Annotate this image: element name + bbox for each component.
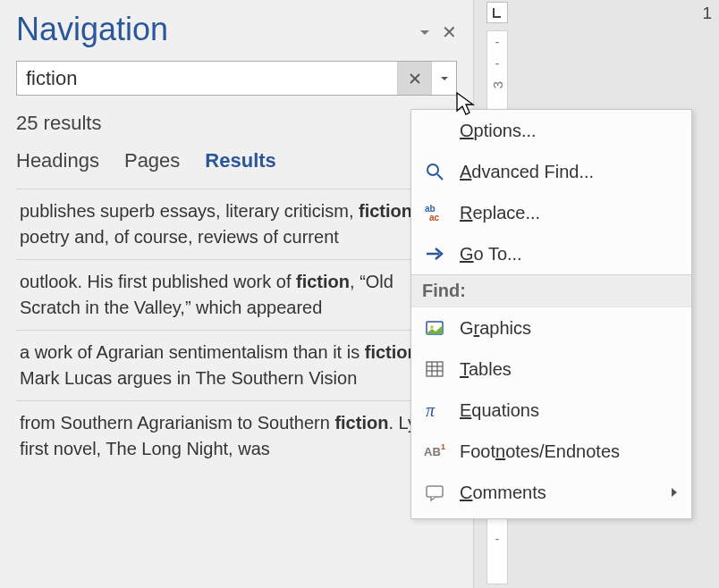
result-item[interactable]: from Southern Agrarianism to Southern fi… xyxy=(16,400,457,471)
ruler-tick: - xyxy=(495,31,500,53)
svg-text:AB: AB xyxy=(424,445,441,458)
search-options-menu: Options... Advanced Find... abac Replace… xyxy=(410,109,692,519)
menu-find-comments[interactable]: Comments xyxy=(411,472,691,513)
x-icon xyxy=(408,71,422,86)
menu-label: Advanced Find... xyxy=(460,162,594,182)
tab-headings[interactable]: Headings xyxy=(16,149,99,172)
footnotes-icon: AB1 xyxy=(422,439,447,464)
ruler-number: 3 xyxy=(486,81,508,88)
result-text-pre: outlook. His first published work of xyxy=(20,272,296,291)
arrow-right-icon xyxy=(422,241,447,266)
result-count: 25 results xyxy=(16,112,457,135)
comments-icon xyxy=(422,480,447,505)
svg-line-1 xyxy=(437,174,443,180)
close-pane-button[interactable]: ✕ xyxy=(442,23,457,41)
result-item[interactable]: outlook. His first published work of fic… xyxy=(16,259,457,330)
nav-pane-controls: ✕ xyxy=(420,23,457,41)
nav-tabs: Headings Pages Results xyxy=(16,149,457,172)
page-indicator: 1 xyxy=(702,4,712,23)
menu-find-footnotes[interactable]: AB1 Footnotes/Endnotes xyxy=(411,431,691,472)
menu-find-graphics[interactable]: Graphics xyxy=(411,307,691,349)
result-match: fiction xyxy=(296,272,350,291)
svg-point-6 xyxy=(430,325,434,329)
tab-stop-l-icon xyxy=(491,6,503,19)
ruler-tick: - xyxy=(495,528,500,550)
pane-options-caret-icon[interactable] xyxy=(420,30,429,35)
menu-options[interactable]: Options... xyxy=(411,110,691,151)
menu-label: Comments xyxy=(460,483,546,503)
menu-find-equations[interactable]: π Equations xyxy=(411,390,691,431)
tab-pages[interactable]: Pages xyxy=(124,149,180,172)
result-text-pre: from Southern Agrarianism to Southern xyxy=(20,413,334,433)
submenu-arrow-icon xyxy=(672,488,677,497)
blank-icon xyxy=(422,118,447,143)
result-text-pre: publishes superb essays, literary critic… xyxy=(20,201,359,221)
ruler-tick: - xyxy=(495,53,500,74)
menu-section-find: Find: xyxy=(411,274,691,307)
svg-rect-15 xyxy=(427,486,443,497)
menu-goto[interactable]: Go To... xyxy=(411,233,691,274)
menu-label: Go To... xyxy=(460,244,522,265)
results-list: publishes superb essays, literary critic… xyxy=(16,189,457,471)
search-box xyxy=(16,61,457,96)
svg-text:π: π xyxy=(426,400,436,420)
result-item[interactable]: publishes superb essays, literary critic… xyxy=(16,189,457,259)
result-text-pre: a work of Agrarian sentimentalism than i… xyxy=(20,342,365,362)
navigation-pane: Navigation ✕ 25 results Headings Pages R… xyxy=(0,0,474,588)
result-match: fiction xyxy=(359,201,412,221)
graphics-icon xyxy=(422,315,447,340)
tab-results[interactable]: Results xyxy=(205,149,275,172)
tables-icon xyxy=(422,357,447,382)
search-icon xyxy=(422,159,447,184)
svg-text:1: 1 xyxy=(441,442,445,451)
clear-search-button[interactable] xyxy=(397,62,431,95)
equations-icon: π xyxy=(422,398,447,423)
menu-label: Equations xyxy=(460,400,539,421)
replace-icon: abac xyxy=(422,200,447,225)
menu-label: Replace... xyxy=(460,203,540,223)
menu-label: Tables xyxy=(460,359,512,380)
tab-selector-box[interactable] xyxy=(486,2,508,23)
menu-label: Footnotes/Endnotes xyxy=(460,441,620,462)
menu-replace[interactable]: abac Replace... xyxy=(411,192,691,233)
result-item[interactable]: a work of Agrarian sentimentalism than i… xyxy=(16,330,457,400)
menu-label: Options... xyxy=(460,121,537,141)
nav-title: Navigation xyxy=(16,11,168,48)
nav-header: Navigation ✕ xyxy=(16,11,457,48)
menu-label: Graphics xyxy=(460,318,531,339)
result-match: fiction xyxy=(334,413,388,433)
chevron-down-icon xyxy=(441,77,448,80)
search-input[interactable] xyxy=(17,62,397,95)
search-options-dropdown-button[interactable] xyxy=(431,62,456,95)
menu-advanced-find[interactable]: Advanced Find... xyxy=(411,151,691,192)
menu-find-tables[interactable]: Tables xyxy=(411,349,691,390)
svg-point-0 xyxy=(427,164,438,175)
svg-text:ac: ac xyxy=(429,213,440,223)
svg-rect-7 xyxy=(427,362,443,376)
